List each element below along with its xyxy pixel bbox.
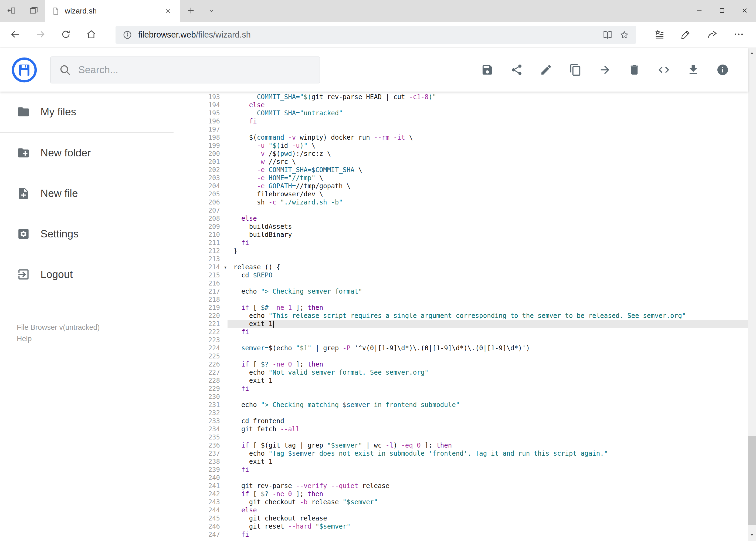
url-text[interactable]: filebrowser.web/files/wizard.sh: [138, 30, 597, 40]
settings-more-button[interactable]: [728, 26, 750, 44]
code-line[interactable]: 212}: [173, 247, 748, 255]
code-line[interactable]: 203 -e HOME="//tmp" \: [173, 174, 748, 182]
code-line[interactable]: 233 cd frontend: [173, 417, 748, 425]
code-line[interactable]: 207: [173, 206, 748, 215]
code-line[interactable]: 243 git checkout -b release "$semver": [173, 498, 748, 506]
line-number[interactable]: 209: [173, 223, 227, 231]
share-button[interactable]: [701, 26, 723, 44]
line-number[interactable]: 246: [173, 522, 227, 530]
hub-favorites-button[interactable]: [648, 26, 670, 44]
code-line[interactable]: 213: [173, 255, 748, 263]
line-number[interactable]: 206: [173, 198, 227, 206]
line-number[interactable]: 237: [173, 449, 227, 457]
line-number[interactable]: 232: [173, 409, 227, 417]
line-number[interactable]: 236: [173, 441, 227, 449]
line-number[interactable]: 229: [173, 385, 227, 393]
line-number[interactable]: 212: [173, 247, 227, 255]
line-number[interactable]: 241: [173, 482, 227, 490]
line-number[interactable]: 227: [173, 368, 227, 376]
code-line[interactable]: 195 COMMIT_SHA="untracked": [173, 109, 748, 117]
line-number[interactable]: 220: [173, 312, 227, 320]
line-number[interactable]: 233: [173, 417, 227, 425]
maximize-button[interactable]: [711, 0, 733, 22]
refresh-button[interactable]: [57, 26, 75, 44]
code-line[interactable]: 246 git reset --hard "$semver": [173, 522, 748, 530]
search-input[interactable]: [78, 64, 312, 76]
tabs-set-aside-button[interactable]: [22, 0, 45, 22]
sidebar-item-settings[interactable]: Settings: [0, 214, 173, 254]
back-button[interactable]: [6, 26, 24, 44]
site-info-icon[interactable]: [122, 29, 133, 41]
code-line[interactable]: 204 -e GOPATH=//tmp/gopath \: [173, 182, 748, 190]
code-line[interactable]: 214▾release () {: [173, 263, 748, 271]
line-number[interactable]: 224: [173, 344, 227, 352]
code-line[interactable]: 244 else: [173, 506, 748, 514]
line-number[interactable]: 239: [173, 466, 227, 474]
line-number[interactable]: 221: [173, 320, 227, 328]
new-tab-button[interactable]: [180, 0, 202, 22]
favorite-star-icon[interactable]: [619, 29, 630, 41]
source-button[interactable]: [657, 64, 670, 76]
line-number[interactable]: 194: [173, 101, 227, 109]
info-button[interactable]: [716, 64, 729, 76]
code-line[interactable]: 206 sh -c "./wizard.sh -b": [173, 198, 748, 206]
minimize-button[interactable]: [688, 0, 711, 22]
line-number[interactable]: 230: [173, 393, 227, 401]
set-tabs-aside-button[interactable]: [0, 0, 22, 22]
code-line[interactable]: 230: [173, 393, 748, 401]
code-line[interactable]: 201 -w //src \: [173, 158, 748, 166]
code-line[interactable]: 216: [173, 279, 748, 287]
line-number[interactable]: 243: [173, 498, 227, 506]
code-line[interactable]: 239 fi: [173, 466, 748, 474]
search-box[interactable]: [50, 56, 320, 84]
code-line[interactable]: 232: [173, 409, 748, 417]
line-number[interactable]: 210: [173, 231, 227, 239]
code-line[interactable]: 200 -v /$(pwd):/src:z \: [173, 150, 748, 158]
code-line[interactable]: 198 $(command -v winpty) docker run --rm…: [173, 134, 748, 142]
forward-button[interactable]: [32, 26, 49, 44]
code-line[interactable]: 245 git checkout release: [173, 514, 748, 522]
line-number[interactable]: 231: [173, 401, 227, 409]
line-number[interactable]: 238: [173, 457, 227, 466]
line-number[interactable]: 234: [173, 425, 227, 433]
line-number[interactable]: 235: [173, 433, 227, 441]
code-line[interactable]: 226 if [ $? -ne 0 ]; then: [173, 360, 748, 368]
line-number[interactable]: 202: [173, 166, 227, 174]
code-line[interactable]: 235: [173, 433, 748, 441]
sidebar-item-my-files[interactable]: My files: [0, 92, 173, 132]
line-number[interactable]: 213: [173, 255, 227, 263]
line-number[interactable]: 222: [173, 328, 227, 336]
code-line[interactable]: 205 filebrowser/dev \: [173, 190, 748, 198]
sidebar-item-logout[interactable]: Logout: [0, 254, 173, 295]
code-line[interactable]: 229 fi: [173, 385, 748, 393]
code-line[interactable]: 238 exit 1: [173, 457, 748, 466]
line-number[interactable]: 225: [173, 352, 227, 360]
sidebar-item-new-folder[interactable]: New folder: [0, 133, 173, 173]
line-number[interactable]: 203: [173, 174, 227, 182]
code-line[interactable]: 193 COMMIT_SHA="$(git rev-parse HEAD | c…: [173, 93, 748, 101]
line-number[interactable]: 196: [173, 117, 227, 125]
filebrowser-logo[interactable]: [11, 57, 37, 83]
fold-marker-icon[interactable]: ▾: [224, 263, 227, 271]
line-number[interactable]: 198: [173, 134, 227, 142]
line-number[interactable]: 201: [173, 158, 227, 166]
reading-view-icon[interactable]: [602, 29, 614, 41]
code-line[interactable]: 217 echo "> Checking semver format": [173, 287, 748, 295]
code-line[interactable]: 224 semver=$(echo "$1" | grep -P '^v(0|[…: [173, 344, 748, 352]
line-number[interactable]: 247: [173, 530, 227, 539]
code-line[interactable]: 215 cd $REPO: [173, 271, 748, 279]
help-link[interactable]: Help: [17, 333, 173, 344]
code-line[interactable]: 196 fi: [173, 117, 748, 125]
code-line[interactable]: 197: [173, 125, 748, 134]
line-number[interactable]: 197: [173, 125, 227, 134]
code-line[interactable]: 210 buildBinary: [173, 231, 748, 239]
line-number[interactable]: 208: [173, 215, 227, 223]
code-line[interactable]: 227 echo "Not valid semver format. See s…: [173, 368, 748, 376]
line-number[interactable]: 199: [173, 142, 227, 150]
address-bar[interactable]: filebrowser.web/files/wizard.sh: [116, 26, 636, 44]
code-line[interactable]: 231 echo "> Checking matching $semver in…: [173, 401, 748, 409]
code-line[interactable]: 241 git rev-parse --verify --quiet relea…: [173, 482, 748, 490]
download-button[interactable]: [687, 64, 700, 76]
line-number[interactable]: 204: [173, 182, 227, 190]
line-number[interactable]: 223: [173, 336, 227, 344]
